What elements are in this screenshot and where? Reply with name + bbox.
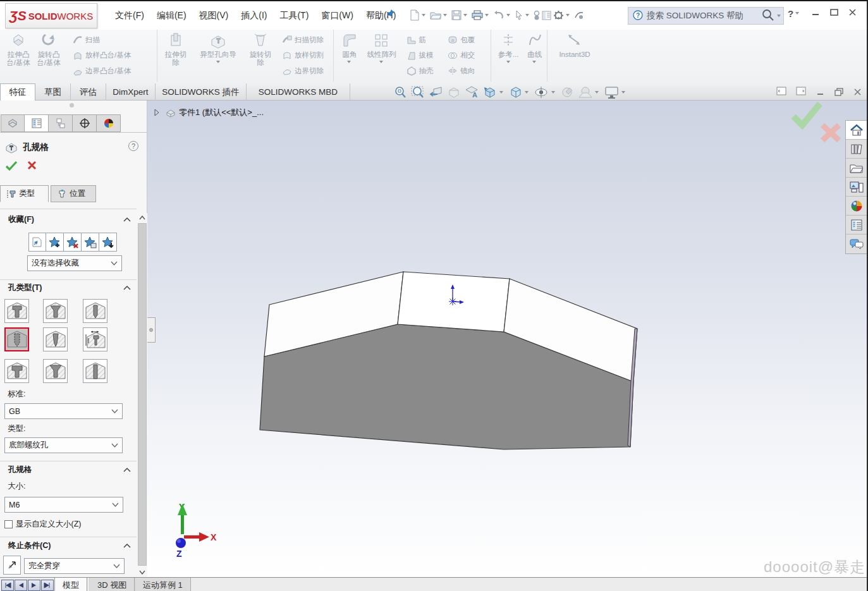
hole-type-countersink[interactable] — [43, 299, 68, 323]
scene-icon[interactable] — [578, 85, 601, 99]
end-condition-direction-button[interactable] — [3, 556, 21, 575]
dock-left-icon[interactable] — [776, 87, 787, 99]
minimize-button[interactable] — [812, 8, 820, 19]
type-dropdown[interactable]: 底部螺纹孔 — [4, 437, 123, 453]
close-button[interactable] — [848, 8, 857, 19]
save-icon[interactable] — [451, 10, 470, 20]
undo-icon[interactable] — [493, 10, 513, 20]
tab-sketch[interactable]: 草图 — [35, 83, 71, 101]
new-document-icon[interactable] — [410, 9, 428, 21]
favorites-collapse-icon[interactable] — [123, 217, 131, 222]
view-settings-icon[interactable] — [604, 85, 628, 99]
menu-tools[interactable]: 工具(T) — [273, 9, 315, 23]
shell-button[interactable]: 抽壳 — [406, 64, 444, 78]
pm-tab-position[interactable]: 位置 — [51, 185, 96, 202]
help-button[interactable]: ? — [788, 8, 793, 19]
design-library-button[interactable] — [846, 140, 867, 159]
last-tab-button[interactable] — [41, 580, 54, 591]
view-palette-button[interactable] — [846, 178, 867, 197]
hole-type-counterbore[interactable] — [4, 299, 29, 323]
child-close-icon[interactable] — [853, 87, 862, 99]
favorite-delete-button[interactable] — [64, 233, 82, 252]
maximize-button[interactable] — [830, 8, 838, 19]
hole-type-hole[interactable] — [83, 299, 107, 323]
lofted-cut-button[interactable]: 放样切割 — [282, 49, 324, 63]
favorite-apply-defaults-button[interactable] — [28, 233, 46, 252]
tab-addins[interactable]: SOLIDWORKS 插件 — [156, 83, 247, 101]
hole-type-collapse-icon[interactable] — [123, 285, 131, 290]
favorites-dropdown[interactable]: 没有选择收藏 — [27, 255, 122, 271]
select-icon[interactable] — [515, 10, 532, 20]
curves-button[interactable]: 曲线 — [523, 32, 546, 82]
hole-type-counterbore-slot[interactable] — [4, 359, 29, 383]
zoom-area-icon[interactable] — [410, 85, 425, 99]
toggle-icon[interactable] — [534, 10, 540, 20]
menu-view[interactable]: 视图(V) — [193, 9, 235, 23]
loft-button[interactable]: 放样凸台/基体 — [73, 49, 131, 63]
pin-menu-icon[interactable] — [386, 8, 396, 22]
menu-window[interactable]: 窗口(W) — [315, 9, 360, 23]
options-gear-icon[interactable] — [553, 10, 572, 21]
boundary-cut-button[interactable]: 边界切除 — [282, 64, 324, 78]
pm-help-icon[interactable]: ? — [128, 141, 138, 151]
prev-tab-button[interactable] — [15, 580, 27, 591]
hole-type-tapered-tap[interactable] — [43, 327, 68, 351]
menu-insert[interactable]: 插入(I) — [235, 9, 273, 23]
revolved-cut-button[interactable]: 旋转切除 — [247, 32, 274, 82]
open-icon[interactable] — [430, 10, 449, 20]
end-condition-collapse-icon[interactable] — [123, 543, 131, 548]
annotation-view-icon[interactable]: A — [464, 85, 479, 99]
search-input[interactable]: 搜索 SOLIDWORKS 帮助 — [647, 10, 761, 21]
model-tab[interactable]: 模型 — [54, 578, 87, 591]
instant3d-button[interactable]: Instant3D — [554, 32, 596, 82]
tab-mbd[interactable]: SOLIDWORKS MBD — [247, 83, 350, 101]
graphics-viewport[interactable]: 零件1 (默认<<默认>_... Y X Z — [147, 101, 868, 577]
tab-evaluate[interactable]: 评估 — [71, 83, 106, 101]
extruded-cut-button[interactable]: 拉伸切除 — [162, 32, 190, 82]
print-icon[interactable] — [472, 10, 491, 20]
motion-study-tab[interactable]: 运动算例 1 — [135, 578, 191, 591]
size-dropdown[interactable]: M6 — [4, 497, 123, 513]
dimxpert-tab[interactable] — [73, 114, 97, 132]
hole-type-slot[interactable] — [83, 359, 107, 383]
child-minimize-icon[interactable] — [817, 87, 824, 99]
menu-file[interactable]: 文件(F) — [109, 9, 150, 23]
previous-view-icon[interactable] — [429, 85, 444, 99]
revolved-boss-button[interactable]: 旋转凸台/基体 — [35, 32, 63, 82]
wrap-button[interactable]: a包覆 — [448, 33, 489, 47]
swept-cut-button[interactable]: 扫描切除 — [282, 33, 324, 47]
appearance-icon[interactable] — [574, 10, 584, 20]
menu-help[interactable]: 帮助(H) — [360, 9, 402, 23]
featuremanager-tab[interactable] — [1, 114, 25, 132]
appearances-tab[interactable] — [97, 114, 121, 132]
intersect-button[interactable]: 相交 — [448, 49, 489, 63]
extruded-boss-button[interactable]: 拉伸凸台/基体 — [4, 32, 32, 82]
home-button[interactable] — [846, 121, 867, 140]
hole-type-legacy[interactable] — [83, 327, 107, 351]
3d-views-tab[interactable]: 3D 视图 — [89, 578, 135, 591]
dock-right-icon[interactable] — [796, 87, 807, 99]
propertymanager-tab[interactable] — [25, 114, 49, 132]
scrollbar-thumb[interactable] — [138, 223, 147, 566]
rib-button[interactable]: 筋 — [406, 33, 444, 47]
next-tab-button[interactable] — [28, 580, 40, 591]
edit-appearance-icon[interactable] — [561, 85, 575, 99]
draft-button[interactable]: 拔模 — [406, 49, 444, 63]
display-style-icon[interactable] — [509, 85, 531, 99]
pm-cancel-button[interactable] — [27, 160, 37, 171]
panel-scrollbar[interactable] — [137, 213, 147, 577]
view-orientation-icon[interactable] — [482, 85, 506, 99]
section-view-icon[interactable] — [447, 85, 461, 99]
hole-spec-collapse-icon[interactable] — [123, 467, 131, 472]
pm-ok-button[interactable] — [5, 160, 18, 171]
pm-tab-type[interactable]: 类型 — [0, 185, 49, 202]
panel-collapse-dot[interactable] — [70, 103, 74, 107]
confirm-ok-button[interactable] — [793, 104, 820, 125]
custom-properties-button[interactable] — [846, 216, 867, 235]
first-tab-button[interactable] — [1, 580, 14, 591]
list-icon[interactable] — [542, 11, 551, 20]
hole-wizard-button[interactable]: 异型孔向导 — [192, 32, 244, 82]
hole-type-straight-tap[interactable] — [4, 327, 29, 351]
model-3d[interactable] — [147, 101, 868, 577]
sweep-button[interactable]: 扫描 — [73, 33, 131, 47]
